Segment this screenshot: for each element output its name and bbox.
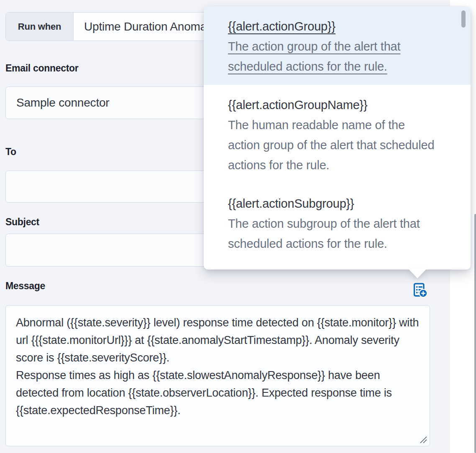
run-when-prepend-label: Run when [6, 13, 74, 41]
variable-description: The action subgroup of the alert that sc… [228, 214, 439, 254]
run-when-select[interactable]: Uptime Duration Anomaly [74, 13, 215, 41]
popover-scrollbar[interactable] [461, 10, 466, 28]
rule-variables-list: {{alert.actionGroup}} The action group o… [204, 6, 471, 262]
message-label: Message [5, 280, 45, 292]
email-connector-label: Email connector [5, 63, 78, 74]
variable-option-alert-actionGroup[interactable]: {{alert.actionGroup}} The action group o… [204, 6, 471, 85]
variable-name: {{alert.actionSubgroup}} [228, 193, 439, 214]
variable-description: The action group of the alert that sched… [228, 36, 439, 76]
add-rule-variable-button[interactable] [412, 282, 428, 298]
subject-label: Subject [5, 216, 39, 228]
textarea-resize-handle-icon[interactable] [419, 435, 427, 444]
message-textarea[interactable]: Abnormal ({{state.severity}} level) resp… [5, 305, 430, 446]
variable-name: {{alert.actionGroup}} [228, 16, 439, 36]
variable-description: The human readable name of the action gr… [228, 115, 439, 175]
variable-name: {{alert.actionGroupName}} [228, 95, 439, 115]
to-label: To [5, 146, 16, 158]
email-connector-value: Sample connector [6, 96, 109, 109]
rule-variables-popover: {{alert.actionGroup}} The action group o… [204, 6, 471, 270]
variable-option-alert-actionSubgroup[interactable]: {{alert.actionSubgroup}} The action subg… [204, 183, 471, 262]
flyout-scrollbar[interactable] [474, 214, 476, 453]
popover-arrow [409, 269, 426, 278]
list-add-icon [412, 293, 428, 300]
variable-option-alert-actionGroupName[interactable]: {{alert.actionGroupName}} The human read… [204, 85, 471, 183]
